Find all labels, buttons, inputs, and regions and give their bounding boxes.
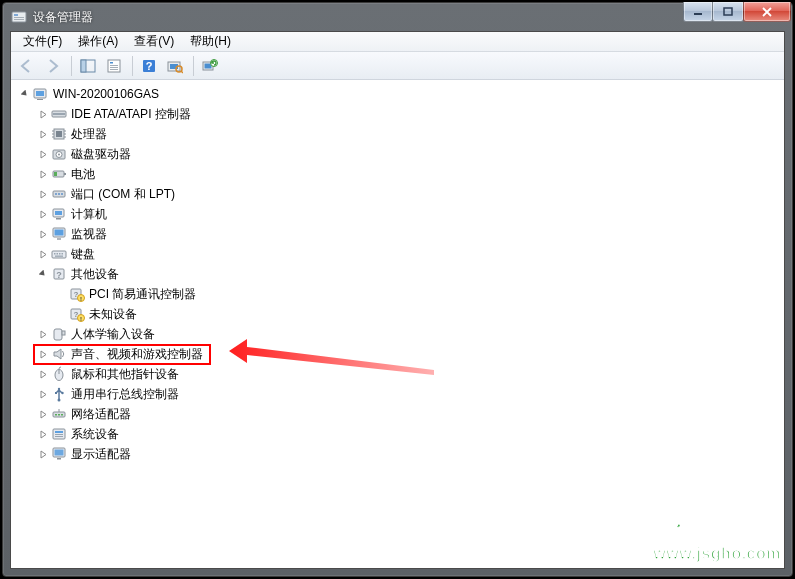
forward-button[interactable] xyxy=(41,54,65,78)
svg-rect-7 xyxy=(81,60,86,72)
computer-icon xyxy=(51,206,67,222)
hid-icon xyxy=(51,326,67,342)
tree-item[interactable]: 键盘 xyxy=(13,244,782,264)
svg-rect-23 xyxy=(36,91,44,96)
tree-item[interactable]: 系统设备 xyxy=(13,424,782,444)
expander-icon[interactable] xyxy=(35,150,51,159)
titlebar[interactable]: 设备管理器 xyxy=(3,3,792,31)
expander-icon[interactable] xyxy=(35,130,51,139)
disk-icon xyxy=(51,146,67,162)
tree-item-label: 人体学输入设备 xyxy=(71,326,155,343)
expander-icon[interactable] xyxy=(35,450,51,459)
svg-rect-54 xyxy=(59,253,61,255)
window-title: 设备管理器 xyxy=(33,9,93,26)
svg-rect-68 xyxy=(62,331,65,335)
minimize-button[interactable] xyxy=(683,2,713,22)
svg-rect-1 xyxy=(14,14,18,16)
expander-icon[interactable] xyxy=(35,170,51,179)
usb-icon xyxy=(51,386,67,402)
device-tree[interactable]: WIN-20200106GAS IDE ATA/ATAPI 控制器处理器磁盘驱动… xyxy=(11,80,784,568)
toolbar: ? xyxy=(11,52,784,80)
sound-icon xyxy=(51,346,67,362)
expander-icon[interactable] xyxy=(35,110,51,119)
close-button[interactable] xyxy=(743,2,791,22)
other-devices-icon: ? xyxy=(51,266,67,282)
svg-point-71 xyxy=(58,399,61,402)
refresh-button[interactable] xyxy=(198,54,222,78)
tree-item[interactable]: 监视器 xyxy=(13,224,782,244)
expander-icon[interactable] xyxy=(35,230,51,239)
tree-item[interactable]: IDE ATA/ATAPI 控制器 xyxy=(13,104,782,124)
tree-item[interactable]: 声音、视频和游戏控制器 xyxy=(13,344,782,364)
tree-item[interactable]: 处理器 xyxy=(13,124,782,144)
window-frame: 设备管理器 文件(F) 操作(A) 查看(V) 帮助(H) xyxy=(2,2,793,577)
svg-point-37 xyxy=(58,154,60,156)
svg-rect-81 xyxy=(55,431,63,433)
tree-item-label: 端口 (COM 和 LPT) xyxy=(71,186,175,203)
scan-hardware-button[interactable] xyxy=(163,54,187,78)
tree-item[interactable]: 网络适配器 xyxy=(13,404,782,424)
expander-icon[interactable] xyxy=(35,390,51,399)
mouse-icon xyxy=(51,366,67,382)
tree-item[interactable]: 电池 xyxy=(13,164,782,184)
tree-root[interactable]: WIN-20200106GAS xyxy=(13,84,782,104)
expander-icon[interactable] xyxy=(35,210,51,219)
tree-item[interactable]: ?其他设备 xyxy=(13,264,782,284)
svg-text:?: ? xyxy=(146,60,153,72)
expander-icon[interactable] xyxy=(35,190,51,199)
svg-rect-86 xyxy=(57,458,61,460)
expander-icon[interactable] xyxy=(35,370,51,379)
svg-rect-46 xyxy=(55,211,62,215)
show-hide-tree-button[interactable] xyxy=(76,54,100,78)
menu-action[interactable]: 操作(A) xyxy=(70,31,126,52)
expander-icon[interactable] xyxy=(17,90,33,99)
properties-button[interactable] xyxy=(102,54,126,78)
tree-item[interactable]: 人体学输入设备 xyxy=(13,324,782,344)
svg-rect-55 xyxy=(62,253,64,255)
svg-rect-9 xyxy=(110,62,113,64)
svg-rect-11 xyxy=(110,67,118,68)
svg-rect-77 xyxy=(58,414,60,416)
maximize-button[interactable] xyxy=(712,2,744,22)
svg-rect-56 xyxy=(55,256,63,257)
tree-item[interactable]: 显示适配器 xyxy=(13,444,782,464)
expander-icon[interactable] xyxy=(35,270,51,279)
svg-rect-85 xyxy=(55,450,64,456)
watermark-text-1b: 联盟 xyxy=(723,514,781,545)
svg-point-74 xyxy=(61,392,63,394)
svg-rect-28 xyxy=(56,131,62,137)
network-icon xyxy=(51,406,67,422)
tree-item[interactable]: ?!PCI 简易通讯控制器 xyxy=(13,284,782,304)
svg-rect-10 xyxy=(110,65,118,66)
expander-icon[interactable] xyxy=(35,330,51,339)
svg-rect-76 xyxy=(55,414,57,416)
help-button[interactable]: ? xyxy=(137,54,161,78)
tree-item[interactable]: 通用串行总线控制器 xyxy=(13,384,782,404)
toolbar-separator xyxy=(132,56,133,76)
tree-item[interactable]: 端口 (COM 和 LPT) xyxy=(13,184,782,204)
annotation-highlight: 声音、视频和游戏控制器 xyxy=(33,344,211,365)
tree-item[interactable]: 鼠标和其他指针设备 xyxy=(13,364,782,384)
svg-rect-12 xyxy=(110,69,118,70)
tree-item[interactable]: 计算机 xyxy=(13,204,782,224)
tree-item[interactable]: 磁盘驱动器 xyxy=(13,144,782,164)
tree-item[interactable]: ?!未知设备 xyxy=(13,304,782,324)
expander-icon[interactable] xyxy=(35,410,51,419)
watermark-url: www.jsgho.com xyxy=(636,545,781,563)
svg-rect-83 xyxy=(55,436,63,437)
battery-icon xyxy=(51,166,67,182)
menubar: 文件(F) 操作(A) 查看(V) 帮助(H) xyxy=(11,32,784,52)
svg-rect-40 xyxy=(54,172,57,176)
expander-icon[interactable] xyxy=(35,250,51,259)
menu-help[interactable]: 帮助(H) xyxy=(182,31,239,52)
menu-file[interactable]: 文件(F) xyxy=(15,31,70,52)
expander-icon[interactable] xyxy=(35,350,51,359)
svg-rect-82 xyxy=(55,434,63,435)
watermark-text-1a: 技术员 xyxy=(636,514,723,545)
menu-view[interactable]: 查看(V) xyxy=(126,31,182,52)
tree-root-label: WIN-20200106GAS xyxy=(53,87,159,101)
expander-icon[interactable] xyxy=(35,430,51,439)
back-button[interactable] xyxy=(15,54,39,78)
svg-rect-26 xyxy=(53,113,65,115)
tree-item-label: 处理器 xyxy=(71,126,107,143)
